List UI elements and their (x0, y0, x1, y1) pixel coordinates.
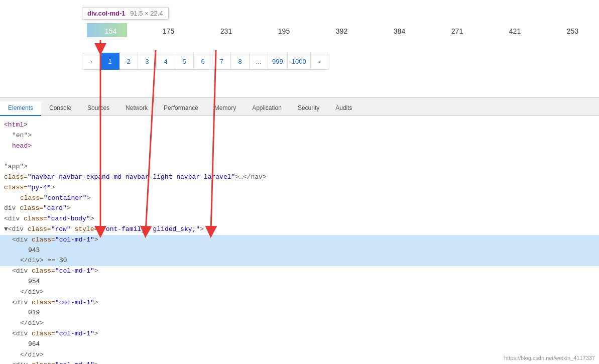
tab-audits[interactable]: Audits (327, 101, 360, 116)
tab-memory[interactable]: Memory (206, 101, 244, 116)
code-line-head: head> (0, 141, 599, 152)
devtools-panel: Elements Console Sources Network Perform… (0, 98, 599, 364)
code-line-closediv-2: </div> (0, 318, 599, 329)
number-cell-0: 154 (82, 27, 140, 35)
page-button-1[interactable]: 1 (100, 53, 119, 70)
number-cell-8: 253 (544, 27, 599, 35)
code-line-empty (0, 151, 599, 162)
code-line-navbar: class="navbar navbar-expand-md navbar-li… (0, 172, 599, 183)
next-page-button[interactable]: › (310, 53, 329, 70)
tooltip-dimensions: 91.5 × 22.4 (130, 10, 163, 17)
pagination: ‹ 1 2 3 4 5 6 7 8 ... 999 1000 › (82, 53, 329, 70)
code-line-cardbody: <div class="card-body"> (0, 214, 599, 224)
page-button-4[interactable]: 4 (156, 53, 175, 70)
number-value-0: 154 (105, 27, 116, 35)
code-line-943: 943 (0, 246, 599, 256)
code-area[interactable]: <html> "en"> head> "app"> class="navbar … (0, 116, 599, 364)
tab-application[interactable]: Application (244, 101, 290, 116)
code-line-closediv-1: </div> (0, 287, 599, 298)
tab-security[interactable]: Security (290, 101, 327, 116)
tab-sources[interactable]: Sources (79, 101, 117, 116)
tab-console[interactable]: Console (41, 101, 79, 116)
tab-performance[interactable]: Performance (156, 101, 206, 116)
number-value-5: 384 (394, 27, 405, 35)
number-value-2: 231 (220, 27, 232, 35)
number-cell-5: 384 (371, 27, 428, 35)
code-line-964: 964 (0, 339, 599, 350)
watermark: https://blog.csdn.net/weixin_4117337 (504, 355, 595, 361)
page-button-7[interactable]: 7 (212, 53, 231, 70)
page-button-1000[interactable]: 1000 (287, 53, 311, 70)
page-button-2[interactable]: 2 (119, 53, 138, 70)
code-line-col-3: <div class="col-md-1"> (0, 298, 599, 308)
code-line-col-2: <div class="col-md-1"> (0, 266, 599, 277)
number-cell-6: 271 (428, 27, 486, 35)
tab-network[interactable]: Network (117, 101, 156, 116)
code-line-html: <html> (0, 120, 599, 131)
tooltip-tag: div.col-md-1 (87, 10, 126, 17)
page-button-999[interactable]: 999 (268, 53, 288, 70)
number-cell-2: 231 (197, 27, 255, 35)
code-line-019: 019 (0, 308, 599, 318)
code-line-closediv-0: </div> == $0 (0, 256, 599, 266)
number-value-8: 253 (567, 27, 578, 35)
code-line-lang: "en"> (0, 131, 599, 141)
page-button-8[interactable]: 8 (230, 53, 250, 70)
code-line-container: class="container"> (0, 193, 599, 204)
element-tooltip: div.col-md-1 91.5 × 22.4 (82, 7, 169, 20)
prev-page-button[interactable]: ‹ (82, 53, 101, 70)
number-cell-1: 175 (140, 27, 197, 35)
page-button-3[interactable]: 3 (138, 53, 157, 70)
number-value-3: 195 (278, 27, 290, 35)
code-line-app: "app"> (0, 162, 599, 172)
devtools-tabs: Elements Console Sources Network Perform… (0, 98, 599, 116)
tab-elements[interactable]: Elements (0, 101, 41, 116)
code-line-col-1: <div class="col-md-1"> (0, 235, 599, 246)
page-button-5[interactable]: 5 (175, 53, 194, 70)
page-dots: ... (249, 53, 268, 70)
number-cell-7: 421 (486, 27, 544, 35)
number-cell-4: 392 (313, 27, 371, 35)
number-value-4: 392 (336, 27, 347, 35)
number-value-7: 421 (509, 27, 521, 35)
code-line-py4: class="py-4"> (0, 183, 599, 193)
numbers-row: 154 175 231 195 392 384 271 421 253 (82, 27, 599, 35)
number-cell-3: 195 (255, 27, 313, 35)
page-button-6[interactable]: 6 (193, 53, 212, 70)
webpage-content: div.col-md-1 91.5 × 22.4 154 175 231 195… (0, 0, 599, 98)
number-value-6: 271 (451, 27, 463, 35)
number-value-1: 175 (163, 27, 174, 35)
code-line-card: div class="card"> (0, 203, 599, 214)
code-line-954: 954 (0, 277, 599, 287)
code-line-row: ▼<div class="row" style="font-family: gl… (0, 224, 599, 235)
code-line-col-4: <div class="col-md-1"> (0, 329, 599, 339)
